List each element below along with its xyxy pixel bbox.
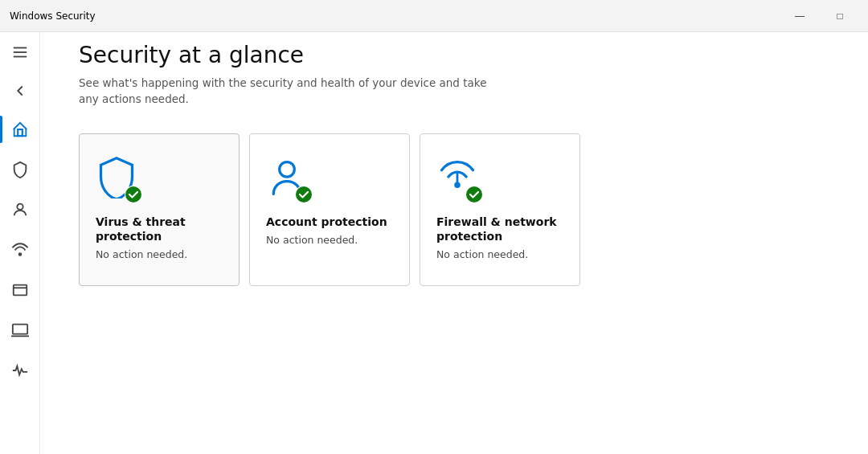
menu-icon [11,43,29,61]
svg-point-11 [280,162,295,177]
app-body: Security at a glance See what's happenin… [0,32,868,454]
svg-point-12 [296,186,312,202]
title-bar-left: Windows Security [10,10,96,22]
sidebar-item-account[interactable] [0,190,40,230]
card-title-account: Account protection [266,215,393,229]
sidebar-item-back[interactable] [0,72,40,109]
minimize-button[interactable]: — [781,3,818,29]
svg-point-5 [19,253,22,256]
main-content: Security at a glance See what's happenin… [40,32,868,454]
device-icon [11,321,29,339]
maximize-button[interactable]: □ [821,3,858,29]
shield-icon [11,161,29,178]
card-title-virus: Virus & threat protection [96,215,223,243]
sidebar-item-home[interactable] [0,109,40,149]
card-status-virus: No action needed. [96,248,223,260]
svg-rect-6 [14,285,27,296]
card-status-account: No action needed. [266,234,393,246]
cards-grid: Virus & threat protection No action need… [79,133,829,286]
app-icon [11,281,29,299]
home-icon [11,121,29,138]
check-circle-account-icon [296,186,312,202]
card-virus[interactable]: Virus & threat protection No action need… [79,133,240,286]
sidebar-item-device[interactable] [0,310,40,350]
page-title: Security at a glance [79,42,829,68]
health-icon [11,362,29,379]
svg-point-15 [466,186,482,202]
card-icon-account [266,157,311,202]
app-title: Windows Security [10,10,96,22]
network-icon [11,241,29,259]
card-firewall[interactable]: Firewall & network protection No action … [420,133,580,286]
check-badge-virus [125,186,142,203]
svg-rect-8 [13,325,27,334]
check-circle-icon [125,186,141,202]
card-status-firewall: No action needed. [436,248,563,260]
sidebar-item-health[interactable] [0,350,40,391]
title-bar: Windows Security — □ [0,0,868,32]
card-icon-firewall [436,157,481,202]
title-bar-controls: — □ [781,3,858,29]
sidebar [0,32,40,454]
card-account[interactable]: Account protection No action needed. [249,133,410,286]
sidebar-item-network[interactable] [0,230,40,270]
sidebar-item-virus[interactable] [0,149,40,190]
svg-rect-3 [18,129,23,136]
back-icon [11,82,29,100]
check-badge-firewall [465,186,483,203]
svg-point-10 [125,186,141,202]
card-title-firewall: Firewall & network protection [436,215,563,243]
person-icon [11,201,29,219]
sidebar-item-menu[interactable] [0,32,40,72]
svg-point-4 [17,204,23,210]
sidebar-item-app[interactable] [0,270,40,310]
check-circle-firewall-icon [466,186,482,202]
page-subtitle: See what's happening with the security a… [79,75,497,108]
card-icon-virus [96,157,141,202]
check-badge-account [295,186,313,203]
